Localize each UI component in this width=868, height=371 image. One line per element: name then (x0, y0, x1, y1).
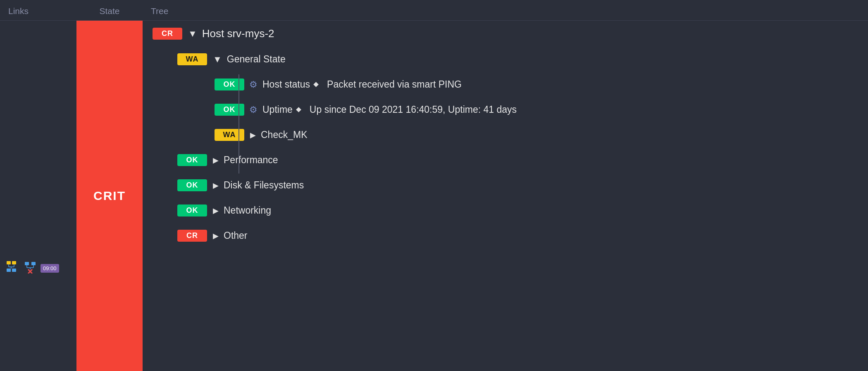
general-state-badge: WA (177, 53, 207, 65)
general-state-label: General State (227, 54, 286, 65)
svg-rect-6 (7, 269, 11, 272)
uptime-diamond (296, 107, 301, 112)
state-bar: CRIT (76, 21, 143, 371)
network-topology-icon[interactable] (6, 260, 20, 276)
host-status-badge: OK (215, 78, 244, 90)
host-row[interactable]: CR ▼ Host srv-mys-2 (148, 21, 868, 47)
host-label: Host srv-mys-2 (202, 27, 274, 40)
tree-column: CR ▼ Host srv-mys-2 WA ▼ General State O… (143, 21, 868, 371)
host-status-diamond (313, 82, 319, 87)
other-arrow: ▶ (213, 231, 219, 240)
host-arrow-down: ▼ (188, 29, 197, 39)
checkmk-arrow: ▶ (250, 131, 256, 140)
host-badge: CR (153, 28, 182, 40)
performance-arrow: ▶ (213, 156, 219, 165)
general-state-row[interactable]: WA ▼ General State (148, 47, 868, 72)
host-status-label: Host status (262, 79, 310, 90)
svg-rect-8 (25, 262, 29, 265)
networking-label: Networking (224, 205, 271, 216)
vertical-connector-line (238, 74, 239, 174)
svg-rect-7 (12, 269, 16, 272)
disk-badge: OK (177, 179, 207, 191)
state-bar-label: CRIT (93, 189, 126, 203)
icon-column: 09:00 (0, 136, 76, 276)
performance-label: Performance (224, 155, 278, 166)
col-links-header: Links (0, 6, 76, 16)
col-state-header: State (76, 6, 143, 16)
host-status-service-icon: ⚙ (249, 79, 258, 90)
col-tree-header: Tree (143, 6, 868, 16)
uptime-label: Uptime (262, 104, 293, 115)
uptime-service-icon: ⚙ (249, 105, 258, 115)
performance-badge: OK (177, 154, 207, 166)
uptime-detail: Up since Dec 09 2021 16:40:59, Uptime: 4… (310, 104, 517, 115)
checkmk-row[interactable]: WA ▶ Check_MK (148, 122, 868, 147)
checkmk-badge: WA (215, 129, 244, 141)
networking-badge: OK (177, 205, 207, 216)
checkmk-label: Check_MK (261, 129, 307, 140)
svg-rect-0 (7, 261, 11, 264)
host-status-detail: Packet received via smart PING (327, 79, 462, 90)
uptime-row[interactable]: OK ⚙ Uptime Up since Dec 09 2021 16:40:5… (148, 97, 868, 122)
networking-arrow: ▶ (213, 206, 219, 215)
body-area: 09:00 CRIT CR ▼ Host srv-mys-2 WA ▼ Gene… (0, 21, 868, 371)
disk-label: Disk & Filesystems (224, 180, 304, 191)
page-wrapper: Links State Tree (0, 0, 868, 371)
disconnect-icon[interactable] (24, 261, 36, 276)
svg-rect-9 (31, 262, 36, 265)
uptime-badge: OK (215, 104, 244, 116)
svg-rect-1 (12, 261, 16, 264)
other-label: Other (224, 230, 248, 241)
host-status-row[interactable]: OK ⚙ Host status Packet received via sma… (148, 72, 868, 97)
time-badge-icon[interactable]: 09:00 (41, 264, 59, 273)
header-strip: Links State Tree (0, 0, 868, 21)
other-row[interactable]: CR ▶ Other (148, 223, 868, 248)
general-state-arrow: ▼ (213, 54, 222, 65)
networking-row[interactable]: OK ▶ Networking (148, 198, 868, 223)
performance-row[interactable]: OK ▶ Performance (148, 147, 868, 173)
disk-row[interactable]: OK ▶ Disk & Filesystems (148, 173, 868, 198)
disk-arrow: ▶ (213, 181, 219, 190)
other-badge: CR (177, 230, 207, 242)
